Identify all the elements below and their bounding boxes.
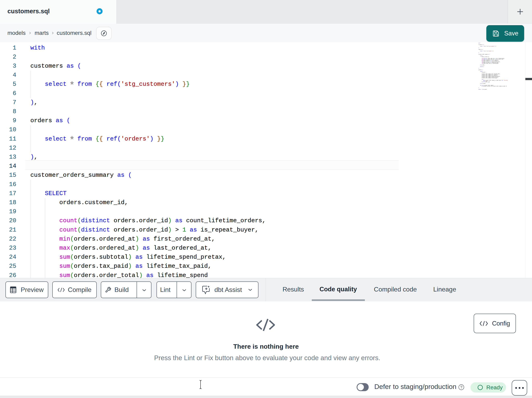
svg-text:?: ? — [460, 385, 462, 389]
